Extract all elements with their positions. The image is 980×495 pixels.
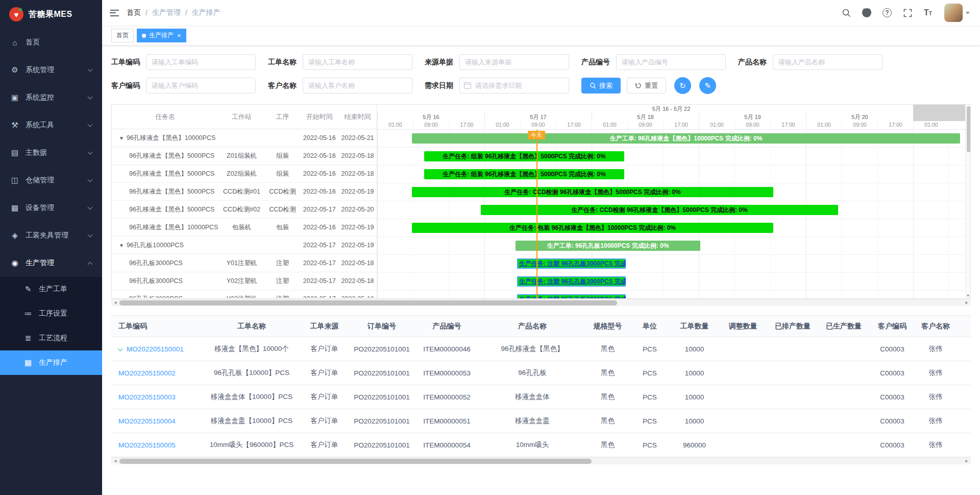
- gantt-bar-9[interactable]: 生产任务: 注塑 96孔孔板3000PCS 完成比例: 0%: [517, 294, 626, 298]
- filter-input-2-0[interactable]: [146, 78, 256, 93]
- font-size-icon[interactable]: TT: [919, 0, 937, 26]
- tag-1[interactable]: 生产排产 ×: [137, 29, 186, 42]
- sidebar-subitem-flow[interactable]: ≣ 工艺流程: [0, 326, 102, 350]
- filter-input-1-2[interactable]: [459, 54, 569, 70]
- reset-button[interactable]: 重置: [627, 78, 666, 93]
- search-button[interactable]: 搜索: [581, 78, 621, 93]
- gantt-task-row[interactable]: ▼96孔移液盒【黑色】10000PCS 2022-05-16 2022-05-2…: [112, 129, 377, 147]
- gantt-task-row[interactable]: 96孔移液盒【黑色】5000PCS Z02组装机 组装 2022-05-16 2…: [112, 165, 377, 183]
- sidebar-item-system[interactable]: ⚙ 系统管理: [0, 56, 102, 84]
- orders-horizontal-scrollbar-thumb[interactable]: [119, 459, 592, 464]
- scroll-down-arrow-icon[interactable]: ▼: [966, 294, 970, 297]
- orders-horizontal-scrollbar[interactable]: ◄ ►: [111, 457, 971, 464]
- search-icon[interactable]: [837, 0, 855, 26]
- work-order-link[interactable]: MO202205150003: [118, 393, 176, 401]
- sidebar-item-tools[interactable]: ⚒ 系统工具: [0, 111, 102, 139]
- sidebar-item-monitor[interactable]: ▣ 系统监控: [0, 84, 102, 111]
- work-order-link[interactable]: MO202205150002: [118, 369, 176, 377]
- work-order-link[interactable]: MO202205150001: [127, 345, 184, 353]
- gantt-task-row[interactable]: 96孔孔板3000PCS Y01注塑机 注塑 2022-05-17 2022-0…: [112, 254, 377, 272]
- breadcrumb-item-1[interactable]: 生产管理: [152, 8, 181, 17]
- gantt-bar-0[interactable]: 生产工单: 96孔移液盒【黑色】10000PCS 完成比例: 0%: [412, 133, 960, 144]
- breadcrumb-item-0[interactable]: 首页: [127, 8, 141, 17]
- gantt-bar-6[interactable]: 生产工单: 96孔孔板10000PCS 完成比例: 0%: [516, 241, 700, 251]
- gantt-column-header: 任务名: [112, 112, 219, 122]
- sidebar-item-production[interactable]: ◉ 生产管理: [0, 249, 102, 277]
- table-cell: MO202205150001: [111, 337, 203, 361]
- table-row[interactable]: MO202205150004移液盒盒盖【10000】PCS客户订单PO20220…: [111, 409, 971, 433]
- hamburger-icon[interactable]: [102, 0, 127, 26]
- app-logo[interactable]: ♥ 苦糖果MES: [0, 0, 102, 29]
- user-menu[interactable]: [939, 4, 973, 22]
- gantt-task-row[interactable]: 96孔移液盒【黑色】10000PCS 包装机 包装 2022-05-16 202…: [112, 219, 377, 237]
- top-navbar: 首页/生产管理/生产排产 ? TT: [102, 0, 980, 26]
- sidebar-item-home[interactable]: ⌂ 首页: [0, 29, 102, 56]
- table-row[interactable]: MO20220515000296孔孔板【10000】PCS客户订单PO20220…: [111, 361, 971, 385]
- gantt-task-row[interactable]: ▼96孔孔板10000PCS 2022-05-17 2022-05-19: [112, 237, 377, 254]
- gantt-bar-7[interactable]: 生产任务: 注塑 96孔孔板3000PCS 完成比例: 0%: [517, 258, 626, 269]
- orders-column-header: 工单数量: [670, 316, 719, 337]
- github-icon[interactable]: [857, 0, 876, 26]
- orders-table: 工单编码工单名称工单来源订单编号产品编号产品名称规格型号单位工单数量调整数量已排…: [111, 315, 971, 457]
- gantt-task-row[interactable]: 96孔移液盒【黑色】5000PCS CCD检测#02 CCD检测 2022-05…: [112, 201, 377, 219]
- gantt-bar-8[interactable]: 生产任务: 注塑 96孔孔板3000PCS 完成比例: 0%: [517, 276, 626, 287]
- filter-input-1-4[interactable]: [773, 54, 883, 70]
- sidebar-item-fixture[interactable]: ◈ 工装夹具管理: [0, 222, 102, 249]
- help-icon[interactable]: ?: [878, 0, 896, 26]
- sidebar-subitem-process[interactable]: ≔ 工序设置: [0, 301, 102, 326]
- gantt-vertical-scrollbar-thumb[interactable]: [967, 106, 970, 152]
- refresh-button[interactable]: ↻: [674, 77, 691, 94]
- sidebar-subitem-schedule[interactable]: ▦ 生产排产: [0, 350, 102, 375]
- active-dot-icon: [142, 34, 146, 38]
- gantt-bar-3[interactable]: 生产任务: CCD检测 96孔移液盒【黑色】5000PCS 完成比例: 0%: [412, 187, 773, 197]
- sidebar-item-device[interactable]: ▦ 设备管理: [0, 194, 102, 222]
- table-row[interactable]: MO20220515000510mm吸头【960000】PCS客户订单PO202…: [111, 433, 971, 457]
- filter-field-1-1: 工单名称: [268, 54, 412, 70]
- table-cell: 2022: [956, 361, 971, 385]
- gantt-bar-2[interactable]: 生产任务: 组装 96孔移液盒【黑色】5000PCS 完成比例: 0%: [424, 169, 624, 179]
- gantt-task-row[interactable]: 96孔孔板3000PCS Y03注塑机 注塑 2022-05-17 2022-0…: [112, 290, 377, 298]
- gantt-task-row[interactable]: 96孔移液盒【黑色】5000PCS Z01组装机 组装 2022-05-16 2…: [112, 147, 377, 165]
- filter-input-1-0[interactable]: [146, 54, 256, 70]
- filter-input-2-2[interactable]: [459, 78, 569, 93]
- gantt-horizontal-scrollbar-thumb[interactable]: [119, 300, 617, 305]
- collapse-triangle-icon[interactable]: ▼: [119, 243, 124, 248]
- filter-input-2-1[interactable]: [303, 78, 412, 93]
- sidebar-subitem-workorder[interactable]: ✎ 生产工单: [0, 277, 102, 301]
- scroll-right-arrow-icon[interactable]: ►: [963, 459, 971, 463]
- gantt-day-label: 5月 20: [806, 113, 913, 121]
- collapse-triangle-icon[interactable]: ▼: [119, 135, 124, 141]
- gantt-horizontal-scrollbar[interactable]: ◄ ►: [111, 299, 971, 306]
- sidebar-item-warehouse[interactable]: ◫ 仓储管理: [0, 167, 102, 194]
- gantt-hour-label: 17:00: [556, 121, 592, 129]
- gantt-bar-1[interactable]: 生产任务: 组装 96孔移液盒【黑色】5000PCS 完成比例: 0%: [424, 151, 624, 161]
- work-order-link[interactable]: MO202205150004: [118, 417, 176, 425]
- table-row[interactable]: MO202205150001移液盒【黑色】10000个客户订单PO2022051…: [111, 337, 971, 361]
- filter-input-1-1[interactable]: [303, 54, 412, 70]
- close-icon[interactable]: ×: [177, 32, 181, 39]
- gantt-vertical-scrollbar[interactable]: ▼: [965, 105, 970, 298]
- breadcrumb-item-2[interactable]: 生产排产: [192, 8, 220, 17]
- sidebar-item-masterdata[interactable]: ▤ 主数据: [0, 139, 102, 167]
- edit-schedule-button[interactable]: ✎: [699, 77, 716, 94]
- navbar-actions: ? TT: [837, 0, 980, 26]
- table-row[interactable]: MO202205150003移液盒盒体【10000】PCS客户订单PO20220…: [111, 385, 971, 409]
- fullscreen-icon[interactable]: [898, 0, 917, 26]
- table-cell: 96孔孔板: [479, 361, 586, 385]
- scroll-left-arrow-icon[interactable]: ◄: [111, 459, 119, 463]
- table-cell: 张伟: [915, 337, 956, 361]
- filter-input-1-3[interactable]: [616, 54, 726, 70]
- expand-chevron-icon[interactable]: [118, 346, 123, 351]
- gantt-bar-5[interactable]: 生产任务: 包装 96孔移液盒【黑色】10000PCS 完成比例: 0%: [412, 223, 773, 233]
- database-icon: ▤: [10, 148, 19, 157]
- chevron-down-icon: [88, 67, 93, 72]
- chevron-down-icon: [88, 150, 93, 155]
- gantt-task-row[interactable]: 96孔移液盒【黑色】5000PCS CCD检测#01 CCD检测 2022-05…: [112, 183, 377, 201]
- scroll-left-arrow-icon[interactable]: ◄: [111, 300, 119, 305]
- work-order-link[interactable]: MO202205150005: [118, 441, 176, 449]
- scroll-right-arrow-icon[interactable]: ►: [963, 300, 971, 305]
- gantt-task-row[interactable]: 96孔孔板3000PCS Y02注塑机 注塑 2022-05-17 2022-0…: [112, 272, 377, 290]
- gantt-bar-4[interactable]: 生产任务: CCD检测 96孔移液盒【黑色】5000PCS 完成比例: 0%: [481, 205, 838, 215]
- tag-0[interactable]: 首页: [111, 29, 134, 42]
- table-cell: [818, 433, 869, 457]
